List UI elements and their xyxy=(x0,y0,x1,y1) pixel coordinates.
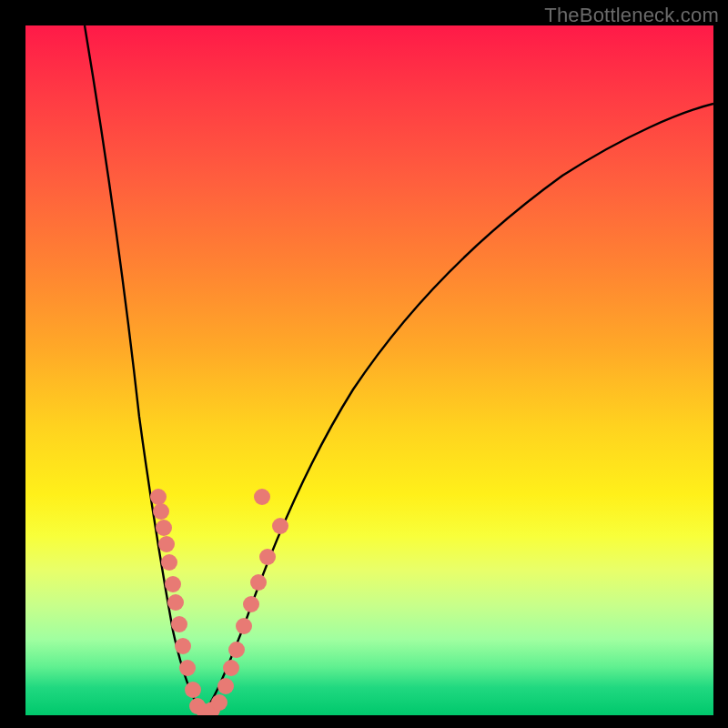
data-dots xyxy=(150,489,288,715)
svg-point-5 xyxy=(165,576,181,592)
svg-point-21 xyxy=(259,549,276,565)
svg-point-4 xyxy=(161,554,177,571)
curve-right xyxy=(203,104,713,713)
svg-point-17 xyxy=(228,642,245,658)
svg-point-19 xyxy=(243,596,259,612)
svg-point-8 xyxy=(175,638,191,654)
chart-overlay xyxy=(25,25,713,715)
svg-point-3 xyxy=(158,536,175,552)
svg-point-9 xyxy=(179,660,196,676)
svg-point-20 xyxy=(250,574,267,591)
svg-point-1 xyxy=(153,503,169,520)
svg-point-22 xyxy=(272,518,288,534)
watermark-text: TheBottleneck.com xyxy=(544,4,719,27)
svg-point-23 xyxy=(254,489,270,505)
curve-left xyxy=(85,25,203,713)
svg-point-2 xyxy=(156,520,172,536)
svg-point-7 xyxy=(171,616,187,632)
svg-point-15 xyxy=(217,678,234,694)
svg-point-14 xyxy=(211,694,228,711)
svg-point-16 xyxy=(223,660,239,676)
svg-point-6 xyxy=(167,594,184,611)
svg-point-10 xyxy=(185,682,201,698)
svg-point-0 xyxy=(150,489,167,505)
svg-point-18 xyxy=(236,618,252,634)
chart-frame: TheBottleneck.com xyxy=(0,0,728,728)
